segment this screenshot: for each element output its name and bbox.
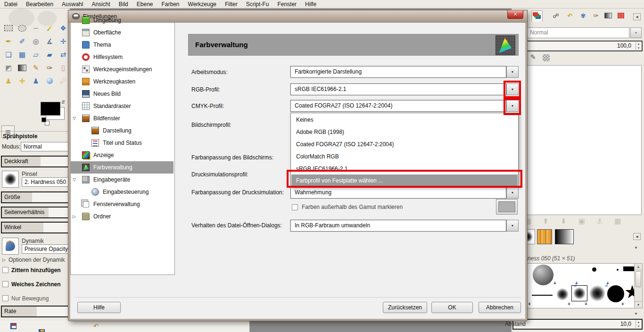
lower-layer-icon[interactable]: ⬇ (561, 217, 567, 225)
mode-select[interactable]: Normal (21, 142, 70, 151)
measure-tool-icon[interactable]: ∡ (43, 36, 56, 48)
raise-layer-icon[interactable]: ⬆ (543, 217, 549, 225)
clone-tool-icon[interactable]: ♟ (2, 75, 15, 87)
motion-only-checkbox[interactable] (2, 295, 8, 301)
tree-item-farbverwaltung[interactable]: Farbverwaltung (71, 161, 173, 174)
cmyk-profil-dropdown-icon[interactable]: ▼ (506, 100, 519, 112)
brush-fuzzy-small[interactable] (556, 288, 569, 300)
opacity-slider[interactable]: Deckkraft (1, 156, 70, 167)
jitter-checkbox[interactable] (2, 267, 8, 273)
scrollbar-thumb[interactable] (636, 271, 641, 287)
tree-item-titel-und-status[interactable]: Titel und Status (71, 137, 173, 149)
aspect-ratio-slider[interactable]: Seitenverhältnis (1, 207, 70, 218)
tree-item-umgebung[interactable]: Umgebung (71, 14, 173, 26)
smooth-stroke-checkbox[interactable] (2, 281, 8, 287)
tree-item-hilfesystem[interactable]: Hilfesystem (71, 51, 173, 63)
menu-ansicht[interactable]: Ansicht (87, 0, 114, 8)
brushes-tab-icon[interactable]: ✑ (590, 10, 602, 22)
patterns-tab-icon[interactable] (615, 10, 627, 22)
arbeitsmodus-select[interactable]: Farbkorrigierte Darstellung (290, 66, 506, 78)
lock-pixels-icon[interactable]: ✎ (530, 53, 536, 61)
rotate-tool-icon[interactable]: ▱ (30, 49, 42, 61)
dynamics-select[interactable]: Pressure Opacity (22, 244, 70, 254)
active-gradient-thumbnail[interactable] (555, 229, 574, 244)
rgb-profil-dropdown-icon[interactable]: ▼ (506, 83, 519, 95)
abbrechen-button[interactable]: Abbrechen (479, 302, 521, 313)
scroll-down-icon[interactable]: ▼ (635, 301, 642, 308)
expander-open-icon[interactable]: ▽ (73, 112, 76, 124)
dock2-collapse-icon[interactable]: ◀ (633, 233, 641, 240)
menu-scriptfu[interactable]: Script-Fu (242, 0, 273, 8)
hilfe-button[interactable]: Hilfe (77, 302, 121, 313)
gradient-tool-icon[interactable] (16, 62, 28, 74)
farbanpassung-druck-dropdown-icon[interactable]: ▼ (506, 187, 519, 199)
menu-bearbeiten[interactable]: Bearbeiten (22, 0, 58, 8)
menu-datei[interactable]: Datei (0, 0, 22, 8)
paths-tool-icon[interactable]: ✒ (2, 36, 15, 48)
menu-werkzeuge[interactable]: Werkzeuge (184, 0, 221, 8)
tree-item-anzeige[interactable]: Anzeige (71, 149, 173, 161)
brush-sphere[interactable] (533, 265, 553, 285)
tree-item-neues-bild[interactable]: Neues Bild (71, 88, 173, 100)
rect-select-tool-icon[interactable] (2, 23, 15, 34)
tree-item-eingabesteuerung[interactable]: Eingabesteuerung (71, 186, 173, 198)
gamut-color-swatch-button[interactable] (496, 199, 518, 215)
tree-item-ordner[interactable]: ▷Ordner (71, 210, 173, 223)
active-pattern-thumbnail[interactable] (537, 229, 552, 244)
lock-alpha-icon[interactable] (543, 54, 550, 61)
dock-collapse-icon[interactable]: ◀ (633, 13, 641, 20)
brush-filter-dropdown-icon[interactable]: ▼ (634, 246, 638, 250)
tree-item-werkzeugkasten[interactable]: Werkzeugkasten (71, 75, 173, 88)
brush-thumbnail[interactable] (2, 171, 19, 188)
paintbrush-tool-icon[interactable]: ✑ (43, 62, 56, 74)
profile-option-keines[interactable]: Keines (291, 114, 518, 126)
profile-option-choose-from-disk[interactable]: Farbprofil von Festplatte wählen ... (291, 174, 518, 187)
brush-select[interactable]: 2. Hardness 050 (22, 177, 70, 187)
tree-item-darstellung[interactable]: Darstellung (71, 124, 173, 137)
paths-tab-icon[interactable]: ☍ (550, 10, 561, 22)
perspective-tool-icon[interactable]: ▰ (43, 49, 56, 61)
brush-selected[interactable] (571, 285, 587, 301)
anchor-layer-icon[interactable]: ⚓ (596, 217, 603, 225)
default-colors-icon[interactable] (41, 117, 46, 122)
ellipse-select-tool-icon[interactable] (16, 23, 28, 34)
brush-fuzzy-large[interactable] (589, 285, 605, 301)
menu-farben[interactable]: Farben (157, 0, 184, 8)
align-tool-icon[interactable]: ❏ (2, 49, 15, 61)
brush-tag-dropdown-icon[interactable]: ▼ (634, 312, 638, 316)
menu-auswahl[interactable]: Auswahl (58, 0, 87, 8)
brush-spacing-slider[interactable]: Abstand 10,0 ▲▼ (512, 319, 643, 330)
heal-tool-icon[interactable]: ✚ (16, 75, 28, 87)
expander-open-icon[interactable]: ▽ (73, 174, 76, 186)
tree-item-bildfenster[interactable]: ▽Bildfenster (71, 112, 173, 124)
bucket-fill-tool-icon[interactable]: ◩ (2, 62, 15, 74)
cmyk-profil-select[interactable]: Coated FOGRA27 (ISO 12647-2:2004) (290, 100, 506, 112)
pencil-tool-icon[interactable]: ✎ (30, 62, 42, 74)
menu-fenster[interactable]: Fenster (273, 0, 301, 8)
reset-options-icon[interactable]: ↶ (93, 323, 99, 330)
rgb-profil-select[interactable]: sRGB IEC61966-2.1 (290, 83, 506, 95)
zoom-tool-icon[interactable]: ◎ (30, 36, 42, 48)
dynamics-options-expander-icon[interactable]: ▷ (2, 257, 6, 262)
profile-option-fogra27[interactable]: Coated FOGRA27 (ISO 12647-2:2004) (291, 138, 518, 150)
profile-option-srgb[interactable]: sRGB IEC61966-2.1 (291, 163, 518, 175)
brush-grid-scrollbar[interactable]: ▲ ▼ (634, 263, 643, 308)
brush-circle[interactable] (607, 285, 624, 302)
tree-item-standardraster[interactable]: Standardraster (71, 100, 173, 112)
crop-tool-icon[interactable]: ▦ (16, 49, 28, 61)
dynamics-options-label[interactable]: Optionen der Dynamik (8, 257, 65, 263)
expander-closed-icon[interactable]: ▷ (73, 210, 76, 223)
lasso-tool-icon[interactable]: ∽ (30, 23, 42, 34)
perspective-clone-tool-icon[interactable]: ♟ (30, 75, 42, 87)
zuruecksetzen-button[interactable]: Zurücksetzen (383, 302, 427, 313)
brush-tiny-dot[interactable] (617, 269, 619, 271)
save-options-as-icon[interactable] (39, 329, 45, 332)
rate-slider[interactable]: Rate (1, 306, 70, 317)
duplicate-layer-icon[interactable]: ▣ (578, 217, 585, 225)
save-options-icon[interactable] (10, 323, 17, 329)
spacing-spinner[interactable]: ▲▼ (636, 320, 641, 329)
layer-mode-dropdown-icon[interactable]: ▼ (630, 27, 642, 38)
datei-oeffnen-select[interactable]: In RGB-Farbraum umwandeln (290, 220, 506, 232)
flip-tool-icon[interactable]: ⇄ (57, 49, 69, 61)
opacity-spinner[interactable]: ▲▼ (636, 42, 641, 51)
